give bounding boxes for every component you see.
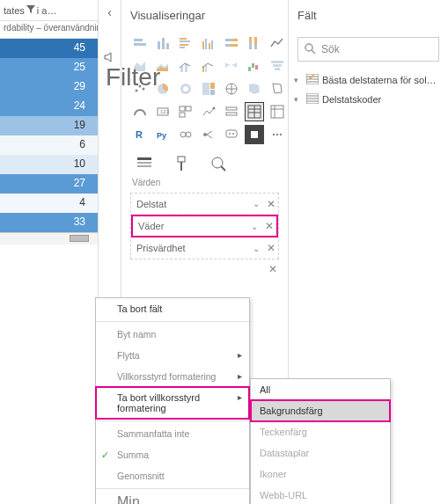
decomposition-icon[interactable] [199,125,218,144]
remove-field-button[interactable]: ✕ [121,263,277,275]
stacked-bar-icon[interactable] [130,33,150,53]
search-placeholder: Sök [321,43,340,55]
funnel-icon[interactable] [268,56,287,76]
analytics-tab-icon[interactable] [208,153,229,174]
field-well-row[interactable]: Väder⌄✕ [131,215,278,237]
stacked-bar-100-icon[interactable] [222,33,241,53]
ribbon-chart-icon[interactable] [222,56,241,76]
shape-map-icon[interactable] [268,79,287,99]
clustered-bar-icon[interactable] [176,33,195,53]
svg-rect-16 [230,44,238,47]
map-icon[interactable] [222,79,241,99]
filter-icon[interactable] [26,5,35,16]
kpi-icon[interactable] [199,102,218,121]
context-menu-item[interactable]: Ta bort fält [96,298,249,319]
table-cell[interactable]: 19 [0,116,98,135]
svg-point-36 [183,86,188,91]
search-icon [304,42,316,57]
sub-menu: AllBakgrundsfärgTeckenfärgDatastaplarIko… [250,378,391,504]
context-menu-item[interactable]: Ta bort villkorsstyrd formatering▸ [96,387,249,419]
svg-rect-71 [137,162,151,164]
more-visuals-icon[interactable] [268,125,287,144]
svg-rect-1 [134,43,146,46]
table-cell[interactable]: 45 [0,39,98,58]
pie-icon[interactable] [153,79,173,99]
chevron-down-icon[interactable]: ⌄ [248,244,264,253]
column-header[interactable]: rdability – överanvändning [0,21,98,39]
donut-icon[interactable] [176,79,195,99]
chevron-down-icon[interactable]: ⌄ [248,199,264,208]
context-menu-item[interactable]: Genomsnitt [96,465,249,486]
area-chart-icon[interactable] [130,56,150,76]
table-visual-icon[interactable] [245,102,264,121]
svg-line-78 [312,50,315,54]
context-menu-item[interactable]: ✓Summa [96,444,249,465]
scrollbar-thumb[interactable] [70,235,89,242]
stacked-area-icon[interactable] [153,56,173,76]
tool-tabs [121,150,288,176]
multi-card-icon[interactable] [176,102,195,121]
remove-field-icon[interactable]: ✕ [262,220,276,232]
svg-rect-2 [158,41,160,49]
submenu-item[interactable]: All [251,379,390,400]
table-cell[interactable]: 24 [0,97,98,116]
matrix-icon[interactable] [268,102,287,121]
context-menu-item[interactable]: Sammanfatta inte [96,423,249,444]
remove-field-icon[interactable]: ✕ [264,242,278,254]
remove-field-icon[interactable]: ✕ [264,198,278,210]
context-menu-item[interactable]: Byt namn [96,324,249,345]
clustered-column-icon[interactable] [199,33,218,53]
line-clustered-icon[interactable] [199,56,218,76]
drillthrough-icon[interactable] [99,51,121,66]
caret-down-icon[interactable]: ▾ [294,76,303,84]
fields-table-row[interactable]: ▾Delstatskoder [294,90,443,109]
table-header[interactable]: tates i a… [0,0,98,21]
field-well-row[interactable]: Delstat⌄✕ [131,194,278,215]
fields-tab-icon[interactable] [134,153,155,174]
collapse-chevron-icon[interactable]: ‹ [107,5,112,19]
context-menu-item[interactable]: Min [96,491,249,504]
format-tab-icon[interactable] [171,153,192,174]
svg-rect-20 [254,37,257,45]
fields-table-row[interactable]: ▾✔Bästa delstaterna för sol… [294,70,443,90]
waterfall-icon[interactable] [245,56,264,76]
submenu-arrow-icon: ▸ [238,371,242,381]
line-chart-icon[interactable] [268,33,287,53]
submenu-arrow-icon: ▸ [238,350,242,360]
horizontal-scrollbar[interactable] [0,232,98,245]
table-cell[interactable]: 10 [0,155,98,174]
chevron-down-icon[interactable]: ⌄ [246,222,262,231]
card-icon[interactable]: 123 [153,102,173,121]
svg-rect-8 [180,47,185,48]
context-menu-item[interactable]: Villkorsstyrd formatering▸ [96,366,249,387]
table-cell[interactable]: 4 [0,194,98,213]
table-cell[interactable]: 6 [0,135,98,155]
svg-rect-7 [180,44,188,46]
custom-visual-icon[interactable] [245,125,264,144]
r-visual-icon[interactable]: R [130,125,150,144]
scatter-icon[interactable] [130,79,150,99]
well-field-label: Delstat [131,199,248,209]
stacked-column-100-icon[interactable] [245,33,264,53]
svg-rect-6 [180,40,190,42]
python-visual-icon[interactable]: Py [153,125,173,144]
table-cell[interactable]: 25 [0,58,98,77]
svg-point-68 [276,134,278,135]
table-cell[interactable]: 33 [0,213,98,232]
table-cell[interactable]: 29 [0,77,98,97]
treemap-icon[interactable] [199,79,218,99]
svg-point-32 [139,85,142,88]
gauge-icon[interactable] [130,102,150,121]
line-column-icon[interactable] [176,56,195,76]
qa-visual-icon[interactable] [222,125,241,144]
key-influencers-icon[interactable] [176,125,195,144]
slicer-icon[interactable] [222,102,241,121]
stacked-column-icon[interactable] [153,33,173,53]
filled-map-icon[interactable] [245,79,264,99]
table-cell[interactable]: 27 [0,174,98,194]
search-input[interactable]: Sök [297,37,439,62]
submenu-item[interactable]: Bakgrundsfärg [251,400,390,421]
context-menu-item[interactable]: Flytta▸ [96,345,249,366]
field-well-row[interactable]: Prisvärdhet⌄✕ [131,237,278,259]
caret-down-icon[interactable]: ▾ [294,95,303,104]
